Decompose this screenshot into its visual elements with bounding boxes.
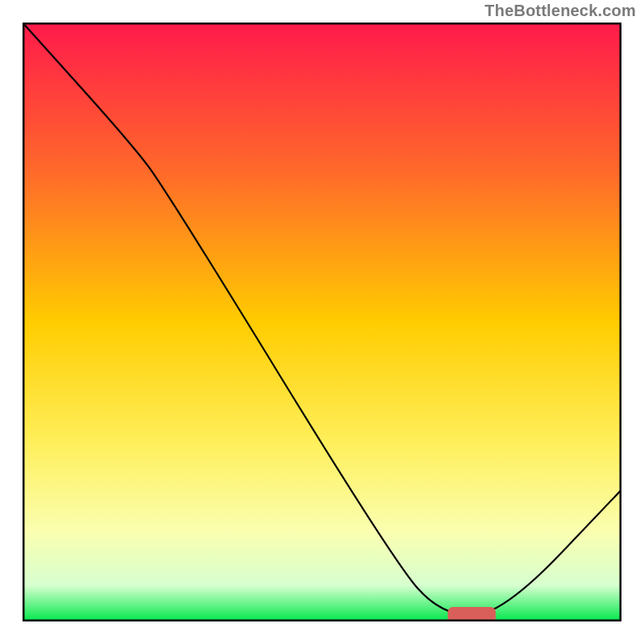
optimal-range-marker — [448, 607, 496, 621]
chart-frame — [23, 23, 621, 621]
watermark-text: TheBottleneck.com — [485, 2, 636, 20]
gradient-background — [23, 23, 621, 621]
bottleneck-chart — [23, 23, 621, 621]
